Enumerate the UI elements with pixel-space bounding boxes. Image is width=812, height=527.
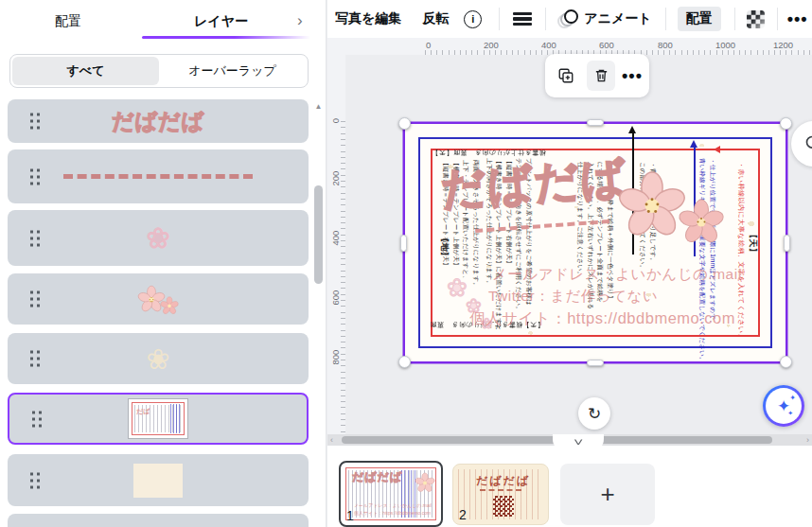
sakura-flower-icon (137, 285, 166, 313)
sakura-flower-small-icon (160, 296, 179, 315)
blue-arrow-head (690, 140, 697, 148)
transparency-icon[interactable] (747, 10, 765, 28)
ruler-corner (327, 38, 345, 55)
page-number: 2 (459, 507, 467, 522)
mini-card-title: だばだば (476, 473, 530, 489)
ruler-label: 1000 (715, 40, 735, 50)
panel-tabs: 配置 レイヤー › (0, 0, 326, 45)
tab-arrange[interactable]: 配置 (55, 13, 81, 30)
ruler-label: 800 (330, 354, 341, 365)
layers-panel: 配置 レイヤー › すべて オーバーラップ だばだば ❀ (0, 0, 327, 527)
layer-row-flower-sketch[interactable]: ❀ (8, 210, 309, 266)
chevron-right-icon[interactable]: › (297, 11, 303, 30)
contact-twitter-text: Twitter：まだ作ってない (488, 287, 658, 307)
resize-handle-left[interactable] (400, 235, 407, 252)
selected-card-element[interactable]: 横書き仕上がりの向き 裏面【天】 【天】横書き仕上がりの向き 裏面 両面の大きさ… (405, 124, 786, 361)
faint-artwork-preview: ❀ (146, 343, 169, 376)
adjust-bars-icon[interactable] (513, 12, 532, 26)
trash-icon (593, 67, 609, 84)
card-template-preview: だば (128, 398, 188, 439)
rotate-button[interactable]: ↻ (578, 397, 610, 430)
element-more-button[interactable]: ••• (622, 66, 643, 86)
resize-handle-bottom[interactable] (587, 360, 604, 366)
red-note-column: ・赤い枠線以内に大事な絵柄、文字を入れてください。 (736, 162, 746, 341)
tab-layers[interactable]: レイヤー (194, 13, 248, 30)
delete-button[interactable] (587, 61, 615, 91)
layer-row-cream-rect[interactable] (8, 454, 309, 506)
layer-row-white-card[interactable] (8, 514, 309, 527)
chi-label: 【地】 (438, 234, 450, 261)
contact-site-text: 個人サイト：https://dbdbmemo.com (469, 308, 735, 329)
segment-overlap[interactable]: オーバーラップ (159, 57, 306, 85)
resize-handle-top[interactable] (587, 119, 604, 126)
scroll-right-arrow-icon[interactable]: › (806, 434, 809, 446)
canva-editor: 配置 レイヤー › すべて オーバーラップ だばだば ❀ (0, 0, 812, 527)
drag-handle-icon[interactable] (28, 349, 41, 369)
magic-assistant-button[interactable]: ✦ ✦ ✦ (763, 385, 804, 427)
duplicate-button[interactable] (552, 61, 580, 91)
drag-handle-icon[interactable] (28, 228, 41, 248)
contact-mail-text: メールアドレス：よいかんじの.mail (492, 265, 742, 285)
more-options-button[interactable]: ••• (787, 9, 808, 29)
red-arrow-head (714, 146, 720, 153)
resize-handle-top-right[interactable] (780, 117, 792, 130)
sakura-flower-large-icon (617, 169, 687, 239)
mini-card-title: だばだば (352, 469, 402, 485)
ruler-label: 200 (330, 175, 341, 186)
resize-handle-bottom-right[interactable] (780, 356, 792, 368)
layer-text-preview: だばだば (112, 107, 204, 136)
ruler-label: 0 (330, 115, 341, 127)
ruler-label: 1200 (773, 40, 793, 50)
edit-photo-button[interactable]: 写真を編集 (335, 10, 401, 27)
ruler-label: 600 (330, 294, 341, 306)
animate-button[interactable]: アニメート (584, 10, 651, 27)
flip-button[interactable]: 反転 (422, 10, 449, 27)
flower-sketch-icon: ❀ (447, 273, 468, 303)
animate-icon[interactable] (559, 9, 578, 28)
layer-row-card-template[interactable]: だば (8, 393, 309, 445)
mini-qr-code (493, 496, 514, 517)
layer-row-dashed-line[interactable] (8, 149, 309, 203)
resize-handle-bottom-left[interactable] (398, 356, 411, 368)
rotate-icon: ↻ (588, 404, 601, 424)
collapse-pages-tab[interactable]: ˅ (553, 434, 604, 452)
cream-rect-preview (133, 464, 183, 498)
page-thumbnail-2[interactable]: だばだば 2 (452, 464, 549, 525)
panel-scrollbar-thumb[interactable] (314, 185, 323, 284)
chevron-down-icon: ˅ (574, 436, 583, 448)
horizontal-ruler: 0 200 400 600 800 1000 1200 (345, 38, 812, 55)
layer-row-sakura[interactable] (8, 273, 309, 325)
ruler-label: 400 (330, 235, 341, 246)
plus-icon: + (600, 480, 614, 509)
scroll-left-arrow-icon[interactable]: ‹ (330, 434, 333, 446)
drag-handle-icon[interactable] (30, 409, 43, 429)
layer-row-text[interactable]: だばだば (8, 99, 309, 143)
sakura-flower-medium-icon (678, 198, 725, 245)
dashed-line-preview (63, 174, 253, 179)
drag-handle-icon[interactable] (28, 470, 41, 490)
active-tab-underline (142, 36, 310, 39)
ruler-label: 0 (426, 40, 431, 50)
context-top-toolbar: 写真を編集 反転 i アニメート 配置 ••• (327, 0, 812, 38)
drag-handle-icon[interactable] (28, 167, 41, 186)
panel-scrollbar[interactable]: ▲ (314, 102, 323, 523)
ruler-label: 600 (599, 40, 614, 50)
zoom-control-bubble[interactable] (791, 121, 812, 167)
resize-handle-top-left[interactable] (398, 117, 411, 130)
segment-all[interactable]: すべて (12, 57, 159, 85)
red-arrow-icon (719, 149, 733, 150)
position-button[interactable]: 配置 (678, 7, 721, 31)
black-arrow-head (628, 126, 636, 133)
scroll-up-arrow-icon[interactable]: ▲ (314, 102, 323, 112)
layers-filter-segmented: すべて オーバーラップ (9, 54, 309, 88)
add-page-button[interactable]: + (560, 464, 655, 525)
element-context-toolbar: ••• (545, 54, 649, 97)
layer-row-faint-artwork[interactable]: ❀ (8, 333, 309, 384)
mini-dashed-line (480, 489, 521, 491)
page-thumbnail-1[interactable]: だばだば メールアドレス：よいかんじの.mail 個人サイト：https://d… (339, 461, 443, 527)
pages-strip: だばだば メールアドレス：よいかんじの.mail 個人サイト：https://d… (327, 446, 812, 527)
drag-handle-icon[interactable] (28, 112, 41, 132)
info-icon[interactable]: i (464, 10, 482, 28)
drag-handle-icon[interactable] (28, 290, 41, 309)
resize-handle-right[interactable] (784, 235, 790, 252)
